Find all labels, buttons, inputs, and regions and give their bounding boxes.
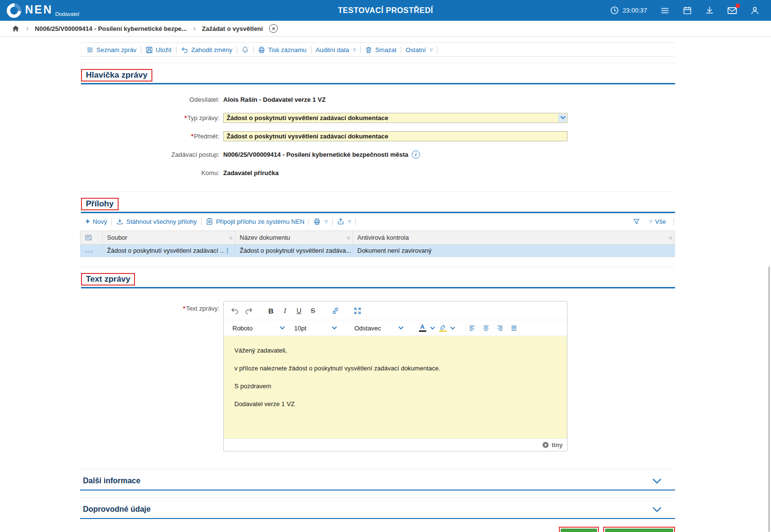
column-settings-header[interactable] [81, 231, 103, 245]
dropdown-triangle-icon: ▽ [325, 219, 327, 224]
typ-zpravy-select[interactable]: Žádost o poskytnutí vysvětlení zadávací … [223, 113, 568, 123]
home-icon[interactable] [12, 25, 20, 32]
audit-data-dropdown[interactable]: Auditní data ▽ [311, 46, 361, 54]
font-size-value: 10pt [294, 325, 306, 332]
message-body-textarea[interactable]: Vážený zadavateli, v příloze naleznete ž… [224, 336, 567, 438]
underline-button[interactable]: U [293, 304, 305, 317]
message-paragraph: Dodavatel verze 1 VZ [234, 400, 556, 408]
row-actions-icon[interactable]: ○○○ [85, 249, 94, 254]
strikethrough-button[interactable]: S [307, 304, 319, 317]
typ-zpravy-label: *Typ zprávy: [80, 114, 219, 122]
row-menu-icon[interactable]: ⋮ [224, 247, 230, 254]
mail-icon[interactable] [727, 6, 737, 15]
discard-changes-button[interactable]: Zahodit změny [176, 46, 237, 54]
required-icon: * [184, 114, 187, 122]
cell-antivirova-kontrola: Dokument není zavirovaný [353, 245, 675, 257]
close-tab-icon[interactable]: × [269, 24, 278, 33]
attach-from-nen-button[interactable]: Připojit přílohu ze systému NEN [202, 218, 309, 225]
delete-button[interactable]: Smazat [361, 46, 401, 54]
brand-name: NEN [25, 3, 53, 16]
dalsi-informace-title: Další informace [83, 477, 140, 485]
required-icon: * [183, 305, 186, 312]
align-right-button[interactable] [494, 322, 506, 334]
section-hlavicka-zpravy: Hlavička zprávy [80, 63, 675, 84]
new-attachment-button[interactable]: + Nový [81, 217, 111, 226]
breadcrumb-procedure[interactable]: N006/25/V00009414 - Posílení kybernetick… [35, 25, 187, 32]
highlight-color-dropdown-icon[interactable] [449, 322, 456, 334]
undo-button[interactable] [229, 304, 241, 317]
column-filter-icon[interactable]: ▽ [669, 235, 672, 240]
highlight-color-button[interactable] [437, 322, 448, 334]
table-row[interactable]: ○○○ Žádost o poskytnutí vysvětlení zadáv… [81, 245, 675, 257]
print-record-button[interactable]: Tisk záznamu [254, 46, 311, 54]
filter-icon[interactable] [633, 218, 640, 225]
sign-and-send-button[interactable]: Podepsat a odeslat [605, 529, 673, 532]
column-filter-icon[interactable]: ▽ [230, 235, 232, 240]
odesilatel-value: Alois Rašín - Dodavatel verze 1 VZ [223, 96, 325, 103]
form-row-typ-zpravy: *Typ zprávy: Žádost o poskytnutí vysvětl… [80, 109, 675, 127]
font-family-select[interactable]: Roboto [229, 322, 289, 334]
column-filter-icon[interactable]: ▽ [347, 235, 350, 240]
info-icon[interactable]: i [412, 150, 420, 159]
topbar: NEN Dodavatel TESTOVACÍ PROSTŘEDÍ 23:00:… [0, 0, 771, 21]
komu-value: Zadavatel příručka [223, 169, 279, 177]
align-left-button[interactable] [466, 322, 478, 334]
dropdown-triangle-icon: ▽ [649, 219, 652, 224]
bold-button[interactable]: B [265, 304, 277, 317]
scrollbar[interactable] [768, 266, 770, 532]
tiny-logo-text: tiny [552, 441, 563, 449]
message-toolbar: Seznam zpráv Uložit Zahodit změny Tisk z… [80, 42, 675, 57]
text-color-dropdown-icon[interactable] [429, 322, 436, 334]
dalsi-informace-toggle[interactable]: Další informace [80, 469, 675, 490]
italic-button[interactable]: I [279, 304, 291, 317]
annotation-box: Hlavička zprávy [81, 69, 152, 82]
section-prilohy: Přílohy [80, 191, 675, 213]
other-dropdown[interactable]: Ostatní ▽ [401, 46, 437, 54]
mail-badge [736, 4, 740, 8]
section-title-text-zpravy: Text zprávy [86, 274, 130, 284]
view-all-dropdown[interactable]: ▽ Vše [646, 218, 668, 225]
calendar-icon[interactable] [683, 6, 692, 15]
predmet-input[interactable] [223, 131, 568, 141]
nen-logo[interactable]: NEN Dodavatel [7, 3, 79, 18]
fullscreen-button[interactable] [351, 304, 364, 317]
rich-text-editor: B I U S Roboto [223, 301, 568, 451]
print-attachments-dropdown[interactable]: ▽ [309, 218, 332, 225]
new-attachment-label: Nový [93, 218, 107, 225]
attachments-table: Soubor ▽ Název dokumentu ▽ Antivirová ko… [80, 231, 675, 257]
text-color-button[interactable]: A [417, 322, 428, 334]
doprovodne-udaje-title: Doprovodné údaje [83, 505, 150, 514]
notification-bell-icon[interactable] [237, 46, 253, 54]
align-justify-button[interactable] [508, 322, 520, 334]
message-paragraph: Vážený zadavateli, [234, 347, 556, 354]
doprovodne-udaje-toggle[interactable]: Doprovodné údaje [80, 498, 675, 518]
redo-button[interactable] [243, 304, 255, 317]
font-size-select[interactable]: 10pt [290, 322, 341, 334]
session-time: 23:00:37 [622, 7, 647, 14]
download-all-attachments-button[interactable]: Stáhnout všechny přílohy [112, 218, 201, 225]
print-record-label: Tisk záznamu [268, 46, 307, 54]
select-arrow-icon[interactable] [558, 114, 567, 122]
text-color-letter: A [420, 324, 424, 330]
paragraph-format-select[interactable]: Odstavec [351, 322, 407, 334]
export-attachments-dropdown[interactable]: ▽ [333, 218, 355, 225]
other-label: Ostatní [406, 46, 426, 54]
form-row-predmet: *Předmět: [80, 127, 675, 145]
save-button[interactable]: Uložit [141, 46, 176, 54]
download-icon[interactable] [705, 6, 714, 15]
align-center-button[interactable] [480, 322, 492, 334]
menu-icon[interactable] [660, 6, 670, 15]
section-rule [80, 490, 675, 491]
message-list-button[interactable]: Seznam zpráv [82, 46, 141, 54]
column-header-soubor[interactable]: Soubor ▽ [103, 231, 235, 245]
send-button[interactable]: Odeslat [561, 529, 597, 532]
section-text-zpravy: Text zprávy [80, 267, 675, 288]
column-header-antivirova-kontrola[interactable]: Antivirová kontrola ▽ [353, 231, 675, 245]
column-header-nazev-dokumentu[interactable]: Název dokumentu ▽ [235, 231, 353, 245]
save-label: Uložit [156, 46, 172, 54]
cell-soubor[interactable]: Žádost o poskytnutí vysvětlení zadávací … [107, 247, 224, 254]
user-icon[interactable] [750, 6, 759, 15]
breadcrumb-current-page: Zažádat o vysvětlení [202, 25, 263, 32]
toolbar-divider [437, 46, 437, 54]
link-button[interactable] [329, 304, 341, 317]
